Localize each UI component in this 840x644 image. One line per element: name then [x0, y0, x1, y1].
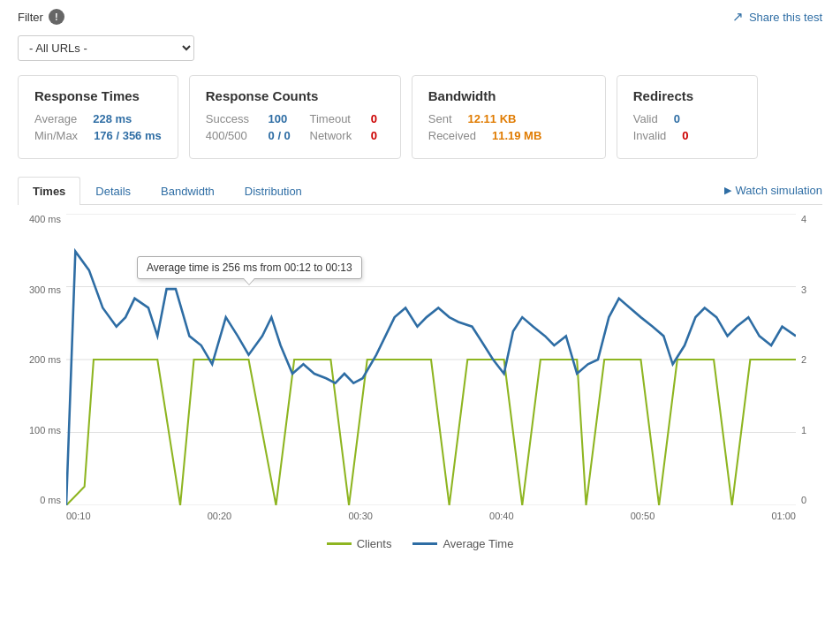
response-times-minmax-row: Min/Max 176 / 356 ms — [34, 129, 162, 142]
tabs-bar: Times Details Bandwidth Distribution ▶ W… — [18, 177, 822, 205]
clients-line-swatch — [327, 542, 352, 545]
y-label-200: 200 ms — [29, 354, 61, 365]
invalid-value: 0 — [682, 129, 688, 142]
y-right-4: 4 — [801, 214, 806, 224]
watch-simulation-label: Watch simulation — [736, 184, 823, 197]
valid-label: Valid — [633, 112, 658, 125]
x-label-0030: 00:30 — [348, 511, 373, 532]
bandwidth-title: Bandwidth — [428, 88, 589, 103]
watch-simulation-button[interactable]: ▶ Watch simulation — [724, 178, 823, 202]
network-value: 0 — [371, 129, 384, 142]
y-axis-right: 4 3 2 1 0 — [796, 214, 822, 505]
y-right-1: 1 — [801, 425, 806, 436]
avg-time-line — [66, 252, 796, 505]
received-label: Received — [428, 129, 476, 142]
redirects-card: Redirects Valid 0 Invalid 0 — [617, 75, 758, 159]
redirects-invalid-row: Invalid 0 — [633, 129, 741, 142]
tab-details[interactable]: Details — [80, 177, 146, 205]
x-label-0100: 01:00 — [771, 511, 796, 532]
y-right-2: 2 — [801, 354, 806, 365]
tab-list: Times Details Bandwidth Distribution — [18, 177, 317, 204]
avg-time-legend-label: Average Time — [443, 537, 513, 550]
bandwidth-sent-row: Sent 12.11 KB — [428, 112, 589, 125]
y-right-0: 0 — [801, 495, 806, 505]
share-icon: ↗ — [732, 9, 744, 25]
y-label-0: 0 ms — [40, 495, 61, 505]
redirects-valid-row: Valid 0 — [633, 112, 741, 125]
legend-clients: Clients — [327, 537, 392, 550]
x-axis: 00:10 00:20 00:30 00:40 00:50 01:00 — [66, 507, 796, 532]
legend-avg-time: Average Time — [412, 537, 513, 550]
timeout-value: 0 — [371, 112, 384, 125]
network-label: Network — [310, 129, 359, 142]
average-value: 228 ms — [93, 112, 132, 125]
bandwidth-received-row: Received 11.19 MB — [428, 129, 589, 142]
filter-text: Filter — [18, 11, 43, 24]
y-axis-left: 400 ms 300 ms 200 ms 100 ms 0 ms — [18, 214, 66, 505]
bandwidth-card: Bandwidth Sent 12.11 KB Received 11.19 M… — [412, 75, 606, 159]
received-value: 11.19 MB — [492, 129, 541, 142]
success-value: 100 — [269, 112, 298, 125]
chart-svg — [66, 214, 796, 505]
response-times-average-row: Average 228 ms — [34, 112, 162, 125]
y-label-300: 300 ms — [29, 284, 61, 295]
sent-value: 12.11 KB — [468, 112, 517, 125]
response-times-card: Response Times Average 228 ms Min/Max 17… — [18, 75, 178, 159]
invalid-label: Invalid — [633, 129, 667, 142]
tab-times[interactable]: Times — [18, 177, 80, 205]
play-icon: ▶ — [724, 185, 731, 196]
chart-area: 400 ms 300 ms 200 ms 100 ms 0 ms 4 3 2 1… — [18, 205, 822, 559]
chart-container: 400 ms 300 ms 200 ms 100 ms 0 ms 4 3 2 1… — [18, 214, 822, 532]
minmax-value: 176 / 356 ms — [94, 129, 162, 142]
response-counts-card: Response Counts Success 100 Timeout 0 40… — [189, 75, 401, 159]
400500-value: 0 / 0 — [269, 129, 298, 142]
response-times-title: Response Times — [34, 88, 162, 103]
tab-bandwidth[interactable]: Bandwidth — [146, 177, 230, 205]
redirects-title: Redirects — [633, 88, 741, 103]
clients-legend-label: Clients — [357, 537, 392, 550]
response-counts-title: Response Counts — [206, 88, 384, 103]
success-label: Success — [206, 112, 256, 125]
sent-label: Sent — [428, 112, 452, 125]
filter-icon: ! — [49, 9, 64, 25]
400500-label: 400/500 — [206, 129, 256, 142]
metrics-cards: Response Times Average 228 ms Min/Max 17… — [18, 75, 822, 159]
url-filter-select[interactable]: - All URLs - — [18, 35, 194, 61]
chart-svg-wrapper: Average time is 256 ms from 00:12 to 00:… — [66, 214, 796, 505]
share-button[interactable]: ↗ Share this test — [732, 9, 822, 25]
timeout-label: Timeout — [310, 112, 359, 125]
y-right-3: 3 — [801, 284, 806, 295]
chart-legend: Clients Average Time — [18, 537, 822, 550]
x-label-0050: 00:50 — [631, 511, 655, 532]
valid-value: 0 — [674, 112, 680, 125]
average-label: Average — [34, 112, 77, 125]
x-label-0040: 00:40 — [489, 511, 514, 532]
avg-time-line-swatch — [412, 542, 437, 545]
x-label-0020: 00:20 — [208, 511, 232, 532]
y-label-400: 400 ms — [29, 214, 61, 224]
x-label-0010: 00:10 — [66, 511, 91, 532]
tab-distribution[interactable]: Distribution — [230, 177, 317, 205]
filter-label: Filter ! — [18, 9, 64, 25]
minmax-label: Min/Max — [34, 129, 78, 142]
y-label-100: 100 ms — [29, 425, 61, 436]
